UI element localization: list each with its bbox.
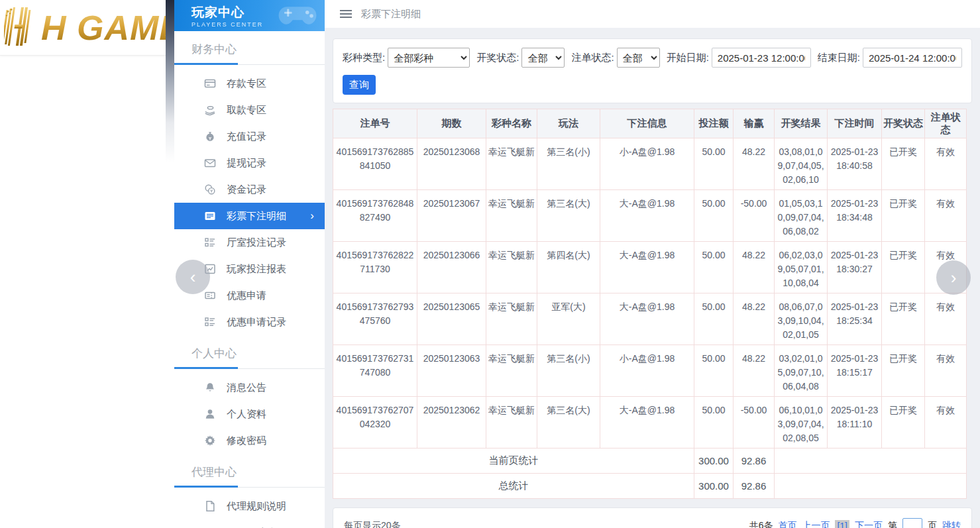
column-header: 下注时间 (828, 109, 882, 138)
chevron-right-icon: › (951, 268, 957, 288)
sidebar-item-label: 资金记录 (227, 184, 266, 196)
column-header: 期数 (417, 109, 486, 138)
lottery-type-label: 彩种类型: (343, 52, 385, 64)
bets-table-wrap: 注单号期数彩种名称玩法下注信息投注额输赢开奖结果下注时间开奖状态注单状态 401… (333, 109, 972, 499)
cell-order-no: 401569173762707042320 (333, 397, 417, 449)
sidebar-item[interactable]: 个人资料 (174, 401, 325, 427)
cell-draw-status: 已开奖 (882, 397, 925, 449)
summary-win-loss: 92.86 (734, 449, 775, 474)
sidebar-item-label: 厅室投注记录 (227, 237, 286, 249)
cell-lottery: 幸运飞艇新 (486, 293, 537, 345)
grid-list-icon (204, 237, 216, 248)
sidebar-item[interactable]: 充值记录 (174, 123, 325, 150)
cell-result: 03,08,01,09,07,04,05,02,06,10 (775, 138, 828, 190)
cell-bet-info: 小-A盘@1.98 (600, 345, 694, 397)
chevron-right-icon: › (310, 209, 314, 223)
main-content: 彩票下注明细 彩种类型: 全部彩种 开奖状态: 全部 注单状态: 全部 开始日期… (325, 0, 980, 528)
cell-win-loss: 48.22 (734, 138, 775, 190)
cell-period: 20250123066 (417, 242, 486, 293)
topbar: 彩票下注明细 (325, 0, 980, 28)
cell-draw-status: 已开奖 (882, 345, 925, 397)
sidebar-section-title: 个人中心 (174, 335, 325, 361)
cell-bet-info: 大-A盘@1.98 (600, 190, 694, 242)
cell-bet-info: 小-A盘@1.98 (600, 138, 694, 190)
summary-win-loss: 92.86 (734, 474, 775, 499)
sidebar-item[interactable]: 取款专区 (174, 97, 325, 123)
cell-order-no: 401569173762885841050 (333, 138, 417, 190)
grid-list-icon (204, 316, 216, 328)
cell-lottery: 幸运飞艇新 (486, 242, 537, 293)
sidebar-item[interactable]: 资金记录 (174, 176, 325, 203)
summary-empty (775, 474, 967, 499)
first-page-link[interactable]: 首页 (778, 520, 796, 528)
moneybag-icon (204, 131, 216, 142)
cell-order-no: 401569173762848827490 (333, 190, 417, 242)
cell-play: 第三名(小) (537, 138, 600, 190)
sidebar-item[interactable]: 修改密码 (174, 427, 325, 454)
search-button[interactable]: 查询 (343, 75, 376, 95)
cell-play: 第四名(大) (537, 242, 600, 293)
sidebar-item[interactable]: 存款专区 (174, 70, 325, 97)
cell-time: 2025-01-23 18:11:10 (828, 397, 882, 449)
table-row: 40156917376279347576020250123065幸运飞艇新亚军(… (333, 293, 967, 345)
page-title: 彩票下注明细 (361, 8, 421, 21)
sidebar-item[interactable]: 代理团队统计 (174, 519, 325, 528)
cell-play: 第三名(大) (537, 190, 600, 242)
logo-emblem-icon (4, 7, 41, 48)
expand-right-button[interactable]: › (936, 260, 971, 295)
sidebar-item[interactable]: 厅室投注记录 (174, 229, 325, 256)
cell-play: 第三名(大) (537, 397, 600, 449)
cell-win-loss: 48.22 (734, 345, 775, 397)
pagination-bar: 每页显示20条 共6条 首页 上一页 [1] 下一页 第 页 跳转 (333, 507, 972, 528)
table-row: 40156917376284882749020250123067幸运飞艇新第三名… (333, 190, 967, 242)
next-page-link[interactable]: 下一页 (855, 520, 883, 528)
sidebar-item-label: 提现记录 (227, 157, 266, 170)
cell-time: 2025-01-23 18:25:34 (828, 293, 882, 345)
summary-empty (775, 449, 967, 474)
column-header: 开奖结果 (775, 109, 828, 138)
cell-period: 20250123063 (417, 345, 486, 397)
column-header: 下注信息 (600, 109, 694, 138)
envelope-icon (204, 157, 216, 169)
sidebar-item[interactable]: 消息公告 (174, 374, 325, 401)
collapse-left-button[interactable]: ‹ (176, 260, 210, 294)
jump-button[interactable]: 跳转 (942, 520, 961, 528)
gear-icon (204, 435, 216, 447)
sidebar-item-list: 代理规则说明代理团队统计 (174, 488, 325, 528)
sidebar-item-label: 彩票下注明细 (227, 210, 286, 223)
prev-page-link[interactable]: 上一页 (802, 520, 830, 528)
cell-result: 06,10,01,03,09,07,04,02,08,05 (775, 397, 828, 449)
sidebar-item[interactable]: 代理规则说明 (174, 493, 325, 519)
column-header: 彩种名称 (486, 109, 537, 138)
hamburger-menu-icon[interactable] (340, 8, 352, 20)
cell-time: 2025-01-23 18:15:17 (828, 345, 882, 397)
logo-text: H GAME (41, 8, 166, 48)
end-date-input[interactable] (863, 48, 962, 68)
cell-amount: 50.00 (694, 345, 734, 397)
order-status-select[interactable]: 全部 (617, 48, 660, 68)
page-jump-input[interactable] (902, 518, 922, 528)
per-page-label: 每页显示20条 (344, 520, 401, 528)
sidebar-item[interactable]: 提现记录 (174, 150, 325, 176)
sidebar-item-label: 优惠申请 (227, 290, 266, 302)
column-header: 输赢 (734, 109, 775, 138)
table-row: 40156917376282271173020250123066幸运飞艇新第四名… (333, 242, 967, 293)
cell-period: 20250123067 (417, 190, 486, 242)
sidebar-item[interactable]: 彩票下注明细› (174, 203, 325, 229)
table-header-row: 注单号期数彩种名称玩法下注信息投注额输赢开奖结果下注时间开奖状态注单状态 (333, 109, 967, 138)
cell-period: 20250123068 (417, 138, 486, 190)
start-date-label: 开始日期: (667, 52, 709, 64)
cell-bet-info: 大-A盘@1.98 (600, 397, 694, 449)
gamepad-icon (276, 3, 319, 32)
sidebar-item[interactable]: 优惠申请记录 (174, 309, 325, 335)
lottery-type-select[interactable]: 全部彩种 (388, 48, 470, 68)
table-row: 40156917376288584105020250123068幸运飞艇新第三名… (333, 138, 967, 190)
start-date-input[interactable] (712, 48, 811, 68)
cell-draw-status: 已开奖 (882, 242, 925, 293)
sidebar-item-list: 消息公告个人资料修改密码 (174, 369, 325, 454)
summary-label: 当前页统计 (333, 449, 694, 474)
cell-play: 第三名(小) (537, 345, 600, 397)
draw-status-select[interactable]: 全部 (521, 48, 565, 68)
cell-amount: 50.00 (694, 190, 734, 242)
summary-amount: 300.00 (694, 449, 734, 474)
